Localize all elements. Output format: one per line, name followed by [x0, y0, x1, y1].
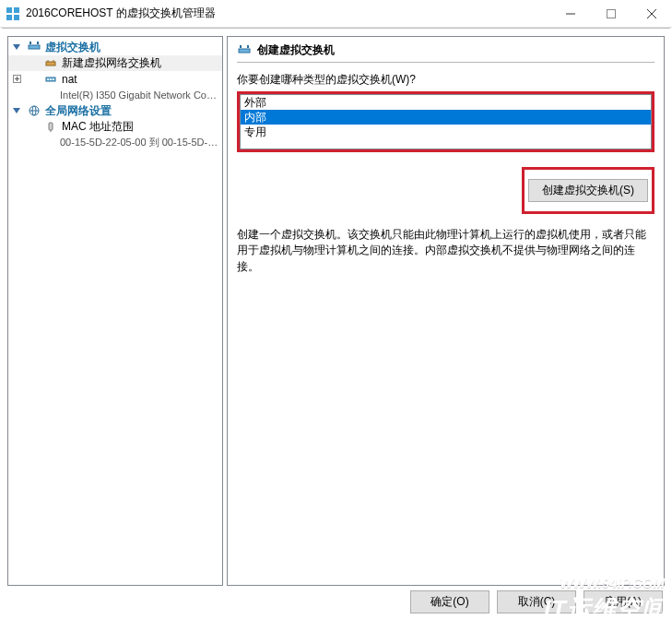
tree-item-mac-range[interactable]: MAC 地址范围 [8, 119, 222, 135]
switch-type-private[interactable]: 专用 [241, 125, 651, 139]
switch-type-internal[interactable]: 内部 [241, 110, 651, 125]
svg-rect-11 [46, 62, 55, 65]
switch-type-external[interactable]: 外部 [241, 95, 651, 110]
svg-rect-9 [29, 42, 31, 44]
right-panel-title: 创建虚拟交换机 [257, 42, 335, 58]
cancel-button[interactable]: 取消(C) [497, 590, 576, 613]
mac-icon [43, 121, 58, 134]
expander-icon [12, 106, 22, 116]
svg-rect-23 [239, 49, 250, 53]
ok-button[interactable]: 确定(O) [410, 590, 489, 613]
list-opt-label: 专用 [244, 125, 266, 140]
create-switch-button[interactable]: 创建虚拟交换机(S) [528, 179, 648, 202]
left-panel: 虚拟交换机 新建虚拟网络交换机 nat Intel(R) [7, 36, 223, 586]
plus-icon [13, 75, 21, 83]
svg-rect-3 [14, 15, 19, 20]
right-panel-header: 创建虚拟交换机 [237, 41, 654, 63]
svg-point-17 [53, 78, 54, 80]
right-panel: 创建虚拟交换机 你要创建哪种类型的虚拟交换机(W)? 外部 内部 专用 创建虚拟… [227, 36, 665, 586]
create-button-row: 创建虚拟交换机(S) [237, 167, 654, 214]
tree-item-nat[interactable]: nat [8, 71, 222, 87]
expander-icon [12, 42, 22, 53]
tree-section-vswitch[interactable]: 虚拟交换机 [8, 39, 222, 55]
list-opt-label: 内部 [244, 110, 266, 125]
nat-icon [43, 73, 58, 86]
tree-item-label: MAC 地址范围 [62, 119, 220, 135]
tree-item-label: 新建虚拟网络交换机 [62, 55, 220, 71]
dialog-footer: 确定(O) 取消(C) 应用(A) [0, 586, 672, 617]
tree-section-label: 全局网络设置 [45, 103, 112, 119]
window-controls [550, 0, 672, 28]
tree-section-label: 虚拟交换机 [45, 40, 100, 55]
svg-rect-5 [607, 9, 616, 18]
title-bar: 2016COREHOST 的虚拟交换机管理器 [0, 0, 672, 28]
tree-item-label: nat [62, 73, 220, 86]
app-icon [6, 6, 20, 21]
svg-rect-1 [14, 7, 19, 13]
switch-type-description: 创建一个虚拟交换机。该交换机只能由此物理计算机上运行的虚拟机使用，或者只能用于虚… [237, 227, 654, 275]
minimize-button[interactable] [550, 0, 591, 28]
vswitch-icon [27, 41, 41, 54]
list-opt-label: 外部 [244, 95, 266, 111]
tree-item-new-vswitch[interactable]: 新建虚拟网络交换机 [8, 55, 222, 71]
tree-item-sublabel: Intel(R) I350 Gigabit Network Con… [60, 89, 220, 101]
svg-rect-24 [240, 45, 242, 48]
svg-rect-2 [6, 15, 12, 20]
tree-item-mac-sub: 00-15-5D-22-05-00 到 00-15-5D-2… [8, 135, 222, 150]
window-title: 2016COREHOST 的虚拟交换机管理器 [26, 6, 550, 21]
switch-type-highlight: 外部 内部 专用 [237, 91, 654, 152]
vswitch-icon [237, 44, 252, 57]
global-net-icon [27, 104, 41, 117]
close-button[interactable] [631, 0, 672, 28]
switch-type-question: 你要创建哪种类型的虚拟交换机(W)? [237, 72, 654, 88]
svg-point-15 [47, 78, 49, 80]
apply-button[interactable]: 应用(A) [584, 590, 663, 613]
tree-section-global[interactable]: 全局网络设置 [8, 102, 222, 119]
svg-rect-21 [49, 123, 53, 130]
svg-rect-10 [37, 42, 39, 44]
svg-rect-25 [247, 45, 249, 48]
svg-rect-0 [6, 7, 12, 13]
switch-type-list[interactable]: 外部 内部 专用 [240, 94, 652, 149]
content-area: 虚拟交换机 新建虚拟网络交换机 nat Intel(R) [0, 29, 672, 586]
svg-rect-8 [29, 45, 40, 49]
tree-item-nat-sub: Intel(R) I350 Gigabit Network Con… [8, 87, 222, 102]
tree: 虚拟交换机 新建虚拟网络交换机 nat Intel(R) [8, 37, 222, 152]
svg-point-16 [50, 78, 52, 80]
tree-item-sublabel: 00-15-5D-22-05-00 到 00-15-5D-2… [60, 136, 220, 149]
network-icon [43, 57, 58, 70]
create-button-highlight: 创建虚拟交换机(S) [522, 167, 654, 214]
maximize-button[interactable] [591, 0, 631, 28]
